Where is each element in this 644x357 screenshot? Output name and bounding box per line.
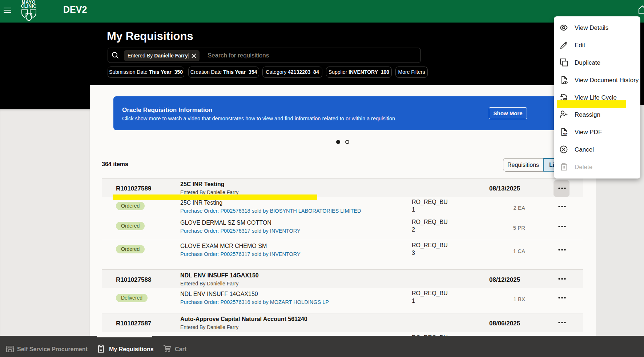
svg-text:PDF: PDF [563, 132, 567, 135]
